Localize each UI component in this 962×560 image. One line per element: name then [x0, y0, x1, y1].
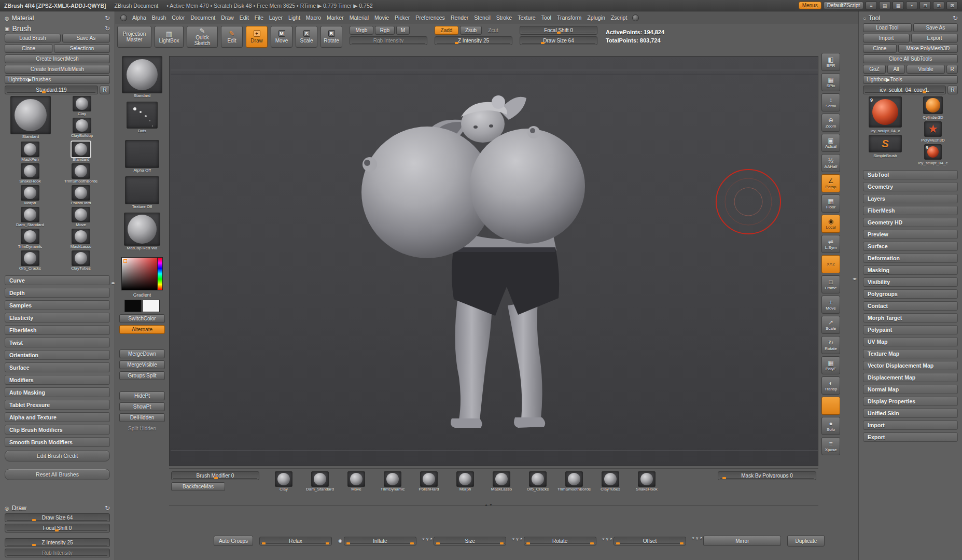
quick-brush-item[interactable]: Move	[339, 471, 373, 502]
active-tool-slider[interactable]: icy_sculpt_04_copy1.	[863, 86, 946, 94]
make-polymesh3d-button[interactable]: Make PolyMesh3D	[898, 44, 958, 53]
load-tool-button[interactable]: Load Tool	[863, 23, 912, 32]
goz-all-button[interactable]: All	[887, 65, 905, 74]
quick-brush-item[interactable]: Clay	[267, 471, 301, 502]
view-control-button[interactable]: ⊕ Zoom	[821, 114, 840, 132]
menu-item[interactable]: Material	[347, 13, 371, 22]
brush-subpalette-header[interactable]: Depth	[5, 288, 110, 298]
brush-item[interactable]: ClayBuildup	[57, 118, 107, 138]
brush-subpalette-header[interactable]: Clip Brush Modifiers	[5, 425, 110, 435]
brush-item[interactable]: Standard	[55, 142, 106, 162]
tool-subpalette-header[interactable]: Contact	[863, 301, 958, 311]
brush-item[interactable]: Dam_Standard	[5, 207, 55, 228]
rotate-slider[interactable]: Rotate	[524, 537, 596, 545]
view-control-button[interactable]: ⇌ L.Sym	[821, 235, 840, 253]
brush-subpalette-header[interactable]: Orientation	[5, 350, 110, 360]
secondary-color-swatch[interactable]	[143, 300, 160, 312]
brush-item[interactable]: SnakeHook	[5, 163, 55, 184]
menu-item[interactable]: Tool	[539, 13, 554, 22]
quick-brush-item[interactable]: Morph	[448, 471, 482, 502]
current-brush-thumbnail[interactable]: Standard	[5, 96, 57, 139]
menu-item[interactable]: Marker	[324, 13, 346, 22]
menu-item[interactable]: Macro	[303, 13, 324, 22]
sculpt-model[interactable]	[361, 95, 585, 428]
hide-pt-button[interactable]: HidePt	[119, 391, 165, 400]
tool-subpalette-header[interactable]: Preview	[863, 230, 958, 239]
tool-subpalette-header[interactable]: Unified Skin	[863, 409, 958, 418]
menu-item[interactable]: Layer	[267, 13, 285, 22]
focal-shift-slider[interactable]: Focal Shift 0	[520, 26, 597, 35]
menu-item[interactable]: File	[252, 13, 266, 22]
titlebar-icon-button[interactable]: ▪	[906, 2, 917, 9]
view-control-button[interactable]: ↗ Scale	[821, 316, 840, 334]
tool-subpalette-header[interactable]: Display Properties	[863, 397, 958, 406]
brush-subpalette-header[interactable]: Modifiers	[5, 375, 110, 385]
quick-brush-item[interactable]: PolishHard	[412, 471, 446, 502]
backface-mask-button[interactable]: BackfaceMas	[171, 482, 225, 491]
inflate-slider[interactable]: Inflate	[344, 537, 416, 545]
mask-by-polygroups-slider[interactable]: Mask By Polygroups 0	[718, 471, 816, 480]
titlebar-icon-button[interactable]: ▦	[893, 2, 904, 9]
xyz-axis-toggle[interactable]: x y z	[692, 536, 702, 540]
del-hidden-button[interactable]: DelHidden	[119, 413, 165, 422]
brush-item[interactable]: Orb_Cracks	[5, 250, 55, 271]
clone-all-subtools-button[interactable]: Clone All SubTools	[863, 54, 958, 63]
refresh-icon[interactable]: ↻	[105, 15, 110, 22]
left-panel-divider[interactable]: ◂▸	[110, 279, 116, 286]
xyz-axis-toggle[interactable]: x y z	[512, 537, 522, 541]
load-brush-button[interactable]: Load Brush	[5, 34, 61, 43]
brush-subpalette-header[interactable]: Tablet Pressure	[5, 400, 110, 410]
brush-subpalette-header[interactable]: Auto Masking	[5, 387, 110, 397]
tool-subpalette-header[interactable]: Vector Displacement Map	[863, 361, 958, 370]
view-control-button[interactable]	[821, 397, 840, 415]
tool-subpalette-header[interactable]: Geometry	[863, 182, 958, 191]
tool-subpalette-header[interactable]: Displacement Map	[863, 373, 958, 382]
tool-subpalette-header[interactable]: Layers	[863, 194, 958, 203]
view-control-button[interactable]: ↻ Rotate	[821, 336, 840, 354]
tool-subpalette-header[interactable]: Visibility	[863, 277, 958, 287]
quick-brush-item[interactable]: Orb_Cracks	[521, 471, 555, 502]
menu-item[interactable]: Document	[188, 13, 218, 22]
menu-item[interactable]: Stroke	[494, 13, 514, 22]
tool-subpalette-header[interactable]: SubTool	[863, 170, 958, 179]
brush-subpalette-header[interactable]: FiberMesh	[5, 325, 110, 335]
lightbox-brushes-button[interactable]: Lightbox▶Brushes	[5, 75, 110, 84]
sculpting-canvas[interactable]	[169, 56, 818, 466]
brush-subpalette-header[interactable]: Elasticity	[5, 313, 110, 323]
brush-subpalette-header[interactable]: Smooth Brush Modifiers	[5, 437, 110, 447]
z-intensity-slider[interactable]: Z Intensity 25	[5, 538, 110, 547]
draw-palette-header[interactable]: ◎ Draw ↻	[5, 503, 110, 513]
tool-palette-header[interactable]: ○ Tool ↻	[863, 13, 958, 23]
quick-brush-item[interactable]: TrimDynamic	[375, 471, 410, 502]
current-brush-selector[interactable]: Standard	[117, 56, 167, 99]
edit-mode-button[interactable]: ✎ Edit	[221, 26, 243, 48]
duplicate-button[interactable]: Duplicate	[787, 535, 825, 547]
goz-button[interactable]: GoZ	[863, 65, 886, 74]
auto-groups-button[interactable]: Auto Groups	[214, 536, 253, 546]
menu-item[interactable]: Alpha	[130, 13, 149, 22]
draw-mode-button[interactable]: + Draw	[246, 26, 268, 48]
create-insertmesh-button[interactable]: Create InsertMesh	[5, 54, 110, 63]
quick-brush-item[interactable]: Dam_Standard	[303, 471, 337, 502]
view-control-button[interactable]: + Move	[821, 296, 840, 314]
tool-subpalette-header[interactable]: Normal Map	[863, 385, 958, 394]
view-control-button[interactable]: ▦ Floor	[821, 194, 840, 213]
view-control-button[interactable]: ½ AAHalf	[821, 154, 840, 172]
simplebrush-tool-item[interactable]: S	[869, 135, 902, 152]
tool-subpalette-header[interactable]: Surface	[863, 242, 958, 251]
view-control-button[interactable]: ● Solo	[821, 417, 840, 435]
tool-subpalette-header[interactable]: Geometry HD	[863, 218, 958, 227]
menu-item[interactable]: Render	[448, 13, 471, 22]
view-control-button[interactable]: ◐ Transp	[821, 376, 840, 395]
create-insertmultimesh-button[interactable]: Create InsertMultiMesh	[5, 65, 110, 74]
stroke-selector[interactable]: Dots	[117, 102, 167, 134]
current-brush-slider[interactable]: Standard.119	[5, 86, 98, 94]
save-tool-as-button[interactable]: Save As	[913, 23, 958, 32]
saturation-value-square[interactable]	[121, 257, 158, 290]
zsub-button[interactable]: Zsub	[460, 26, 482, 35]
color-picker[interactable]	[121, 257, 163, 290]
brush-item[interactable]: PolishHard	[55, 185, 106, 206]
menu-item[interactable]: Movie	[372, 13, 392, 22]
move-mode-button[interactable]: M Move	[271, 26, 292, 48]
show-pt-button[interactable]: ShowPt	[119, 402, 165, 411]
